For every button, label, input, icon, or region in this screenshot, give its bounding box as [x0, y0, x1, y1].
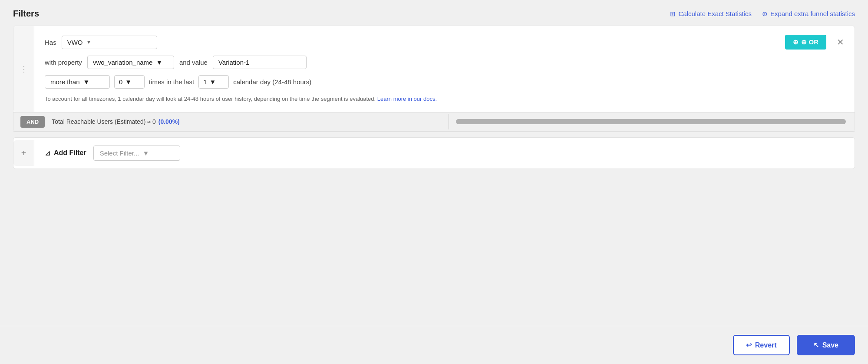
chevron-down-icon-5: ▼	[210, 78, 216, 86]
drag-dots-icon: ⋮	[20, 64, 28, 74]
drag-handle[interactable]: ⋮	[13, 26, 34, 112]
filter-line-2: with property vwo_variation_name ▼ and v…	[45, 56, 844, 69]
header-row: Filters ⊞ Calculate Exact Statistics ⊕ E…	[13, 9, 855, 19]
add-filter-row: + ⊿ Add Filter Select Filter... ▼	[13, 138, 855, 169]
value-input[interactable]	[213, 56, 307, 69]
learn-more-link[interactable]: Learn more in our docs.	[377, 96, 437, 102]
cursor-icon: ↖	[813, 341, 819, 349]
filter-row: ⋮ Has VWO ▼ ⊕ ⊕ OR ✕	[13, 26, 855, 112]
filter-line-3: more than ▼ 0 ▼ times in the last 1 ▼ ca…	[45, 75, 844, 89]
expand-funnel-statistics-link[interactable]: ⊕ Expand extra funnel statistics	[762, 10, 855, 18]
condition-dropdown[interactable]: more than ▼	[45, 75, 110, 89]
count-dropdown[interactable]: 0 ▼	[114, 75, 145, 89]
add-filter-area: + ⊿ Add Filter Select Filter... ▼	[13, 137, 855, 169]
calculate-exact-statistics-link[interactable]: ⊞ Calculate Exact Statistics	[670, 10, 751, 18]
revert-button[interactable]: ↩ Revert	[733, 335, 790, 355]
users-percent: (0.00%)	[158, 118, 180, 125]
filter-content: Has VWO ▼ ⊕ ⊕ OR ✕ with property vwo_	[34, 26, 855, 112]
has-value-dropdown[interactable]: VWO ▼	[62, 36, 157, 49]
users-info: Total Reachable Users (Estimated) ≈ 0 (0…	[52, 118, 442, 125]
select-filter-dropdown[interactable]: Select Filter... ▼	[93, 146, 180, 161]
chevron-down-icon: ▼	[86, 39, 92, 45]
table-icon: ⊞	[670, 10, 676, 18]
header-actions: ⊞ Calculate Exact Statistics ⊕ Expand ex…	[670, 10, 855, 18]
revert-icon: ↩	[746, 341, 752, 349]
chevron-down-icon-3: ▼	[83, 78, 90, 86]
filter-icon: ⊿	[45, 149, 50, 157]
or-button[interactable]: ⊕ ⊕ OR	[785, 35, 826, 50]
save-button[interactable]: ↖ Save	[797, 335, 855, 355]
add-filter-label: ⊿ Add Filter	[45, 149, 86, 157]
times-label: times in the last	[149, 78, 194, 86]
chevron-down-icon-4: ▼	[125, 78, 132, 86]
has-label: Has	[45, 39, 56, 46]
with-property-label: with property	[45, 59, 82, 66]
filter-card: ⋮ Has VWO ▼ ⊕ ⊕ OR ✕	[13, 26, 855, 132]
days-dropdown[interactable]: 1 ▼	[198, 75, 229, 89]
and-divider-row: AND Total Reachable Users (Estimated) ≈ …	[13, 112, 855, 132]
filter-note: To account for all timezones, 1 calendar…	[45, 95, 844, 103]
plus-icon: ⊕	[793, 38, 799, 46]
filter-line-1: Has VWO ▼ ⊕ ⊕ OR ✕	[45, 35, 844, 50]
property-dropdown[interactable]: vwo_variation_name ▼	[87, 56, 174, 69]
close-filter-button[interactable]: ✕	[837, 38, 844, 46]
add-handle[interactable]: +	[13, 140, 34, 166]
chevron-down-icon-6: ▼	[143, 149, 149, 157]
page-title: Filters	[13, 9, 39, 19]
calendar-label: calendar day (24-48 hours)	[233, 78, 311, 86]
and-value-label: and value	[179, 59, 208, 66]
plus-circle-icon: ⊕	[762, 10, 768, 18]
progress-bar	[456, 119, 846, 124]
action-bar: ↩ Revert ↖ Save	[0, 326, 868, 364]
and-badge: AND	[20, 116, 45, 128]
add-filter-content: ⊿ Add Filter Select Filter... ▼	[34, 138, 855, 169]
chevron-down-icon-2: ▼	[156, 59, 162, 66]
progress-divider	[449, 114, 449, 129]
